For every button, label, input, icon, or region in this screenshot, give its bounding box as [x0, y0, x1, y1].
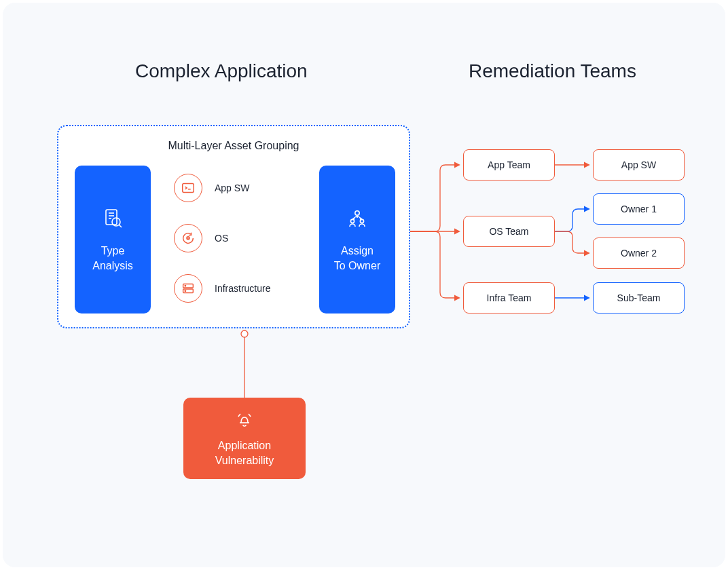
- people-icon: [345, 206, 369, 235]
- svg-point-12: [185, 290, 185, 291]
- owner-label: App SW: [621, 159, 656, 170]
- owner-2: Owner 2: [593, 238, 685, 269]
- multi-layer-asset-group: Multi-Layer Asset Grouping Type Analysis: [57, 125, 410, 328]
- type-analysis-label: Type Analysis: [92, 244, 133, 273]
- svg-rect-0: [106, 210, 117, 225]
- svg-point-11: [185, 286, 185, 286]
- gear-refresh-icon: [174, 224, 202, 252]
- terminal-icon: [174, 174, 202, 202]
- application-vulnerability-card: Application Vulnerability: [183, 398, 306, 479]
- asset-item-label: OS: [215, 233, 228, 244]
- owner-label: Owner 1: [621, 204, 657, 214]
- vuln-connector: [240, 328, 249, 403]
- type-analysis-card: Type Analysis: [75, 166, 151, 314]
- alert-bell-icon: [234, 409, 255, 434]
- svg-point-20: [241, 330, 248, 337]
- server-icon: [174, 274, 202, 303]
- assign-to-owner-card: Assign To Owner: [319, 166, 395, 314]
- analysis-icon: [101, 206, 125, 235]
- team-label: App Team: [488, 159, 530, 170]
- owner-1: Owner 1: [593, 193, 685, 225]
- asset-item-label: Infrastructure: [215, 283, 270, 294]
- team-label: Infra Team: [487, 292, 532, 303]
- svg-rect-6: [183, 184, 194, 193]
- heading-complex-application: Complex Application: [135, 60, 308, 82]
- asset-item-label: App SW: [215, 183, 249, 193]
- svg-line-5: [119, 225, 122, 227]
- svg-point-14: [350, 219, 354, 223]
- svg-point-13: [355, 210, 359, 214]
- owner-label: Owner 2: [621, 248, 657, 259]
- svg-point-15: [360, 219, 363, 223]
- assign-owner-label: Assign To Owner: [334, 244, 380, 273]
- asset-item-os: OS: [174, 224, 228, 252]
- heading-remediation-teams: Remediation Teams: [469, 60, 636, 82]
- team-app-team: App Team: [463, 149, 555, 180]
- owner-app-sw: App SW: [593, 149, 685, 180]
- diagram-canvas: Complex Application Remediation Teams Mu…: [3, 3, 725, 567]
- asset-item-infrastructure: Infrastructure: [174, 274, 270, 303]
- group-title: Multi-Layer Asset Grouping: [58, 140, 409, 152]
- team-infra-team: Infra Team: [463, 282, 555, 314]
- team-label: OS Team: [489, 226, 528, 237]
- team-os-team: OS Team: [463, 216, 555, 247]
- asset-item-app-sw: App SW: [174, 174, 249, 202]
- owner-label: Sub-Team: [617, 292, 661, 303]
- vulnerability-label: Application Vulnerability: [215, 438, 274, 468]
- owner-sub-team: Sub-Team: [593, 282, 685, 314]
